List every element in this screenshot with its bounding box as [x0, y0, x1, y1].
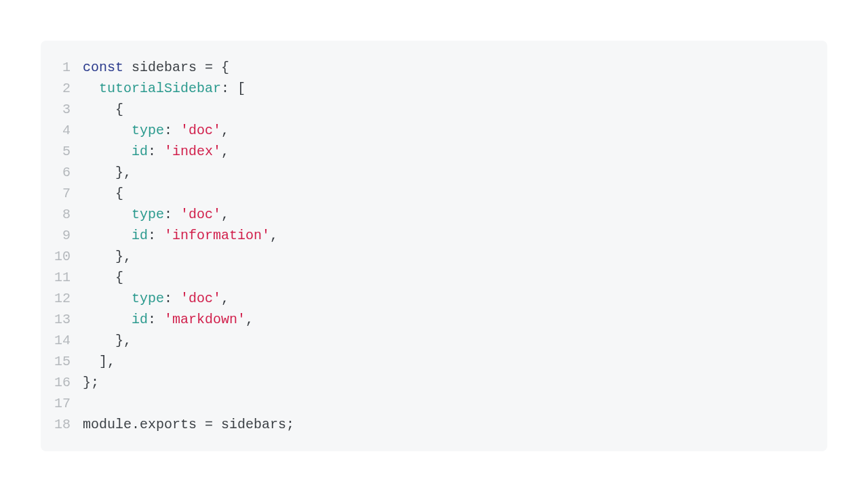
line-content[interactable]: module.exports = sidebars; — [83, 414, 814, 435]
code-token — [172, 123, 180, 138]
code-token — [83, 270, 115, 285]
code-token: }; — [83, 375, 99, 390]
code-token: : — [221, 81, 229, 96]
line-content[interactable]: { — [83, 267, 814, 288]
line-number: 17 — [54, 393, 83, 414]
code-token — [156, 228, 164, 243]
code-line: 4 type: 'doc', — [54, 120, 814, 141]
code-token — [83, 228, 132, 243]
code-token: 'doc' — [180, 291, 221, 306]
code-token: sidebars — [123, 60, 205, 75]
code-token: 'markdown' — [164, 312, 245, 327]
code-token: , — [221, 207, 229, 222]
code-token: , — [270, 228, 278, 243]
code-line: 8 type: 'doc', — [54, 204, 814, 225]
code-token: [ — [237, 81, 245, 96]
code-token: 'doc' — [180, 207, 221, 222]
line-content[interactable]: }; — [83, 372, 814, 393]
line-number: 9 — [54, 225, 83, 246]
code-token: , — [221, 144, 229, 159]
code-line: 10 }, — [54, 246, 814, 267]
line-content[interactable]: tutorialSidebar: [ — [83, 78, 814, 99]
code-token: : — [148, 312, 156, 327]
code-token: }, — [115, 249, 132, 264]
code-token: tutorialSidebar — [99, 81, 221, 96]
line-number: 2 — [54, 78, 83, 99]
code-token: : — [164, 123, 172, 138]
line-content[interactable]: type: 'doc', — [83, 288, 814, 309]
line-number: 18 — [54, 414, 83, 435]
line-number: 4 — [54, 120, 83, 141]
line-content[interactable] — [83, 393, 814, 414]
line-number: 8 — [54, 204, 83, 225]
code-line: 2 tutorialSidebar: [ — [54, 78, 814, 99]
code-token: type — [132, 291, 164, 306]
code-line: 15 ], — [54, 351, 814, 372]
line-content[interactable]: type: 'doc', — [83, 204, 814, 225]
code-token: module — [83, 417, 132, 432]
code-token: , — [221, 123, 229, 138]
code-token: = — [205, 60, 213, 75]
code-line: 17 — [54, 393, 814, 414]
code-token — [83, 144, 132, 159]
code-token: type — [132, 207, 164, 222]
line-content[interactable]: const sidebars = { — [83, 57, 814, 78]
line-number: 5 — [54, 141, 83, 162]
code-token: { — [115, 186, 123, 201]
code-token: : — [148, 228, 156, 243]
code-token: id — [132, 144, 148, 159]
code-line: 7 { — [54, 183, 814, 204]
code-token: type — [132, 123, 164, 138]
line-content[interactable]: { — [83, 99, 814, 120]
code-token: sidebars — [213, 417, 286, 432]
code-token: 'doc' — [180, 123, 221, 138]
line-content[interactable]: ], — [83, 351, 814, 372]
code-token: { — [115, 270, 123, 285]
code-token: 'information' — [164, 228, 270, 243]
code-line: 12 type: 'doc', — [54, 288, 814, 309]
code-token: { — [115, 102, 123, 117]
line-content[interactable]: }, — [83, 330, 814, 351]
code-token: }, — [115, 333, 132, 348]
code-token — [83, 354, 99, 369]
code-token: }, — [115, 165, 132, 180]
code-token: const — [83, 60, 123, 75]
code-token: . — [132, 417, 140, 432]
code-line: 1const sidebars = { — [54, 57, 814, 78]
line-number: 3 — [54, 99, 83, 120]
code-token — [83, 312, 132, 327]
code-token — [83, 291, 132, 306]
line-content[interactable]: }, — [83, 162, 814, 183]
code-token: = — [205, 417, 213, 432]
line-number: 7 — [54, 183, 83, 204]
line-number: 6 — [54, 162, 83, 183]
code-token: id — [132, 312, 148, 327]
line-number: 15 — [54, 351, 83, 372]
code-line: 5 id: 'index', — [54, 141, 814, 162]
line-content[interactable]: id: 'information', — [83, 225, 814, 246]
code-line: 11 { — [54, 267, 814, 288]
code-token: exports — [140, 417, 205, 432]
line-number: 11 — [54, 267, 83, 288]
code-line: 16}; — [54, 372, 814, 393]
line-number: 10 — [54, 246, 83, 267]
code-token — [83, 333, 115, 348]
code-token — [83, 165, 115, 180]
code-token — [213, 60, 221, 75]
line-content[interactable]: }, — [83, 246, 814, 267]
line-content[interactable]: id: 'index', — [83, 141, 814, 162]
line-number: 14 — [54, 330, 83, 351]
code-token — [83, 249, 115, 264]
line-number: 1 — [54, 57, 83, 78]
code-token — [172, 207, 180, 222]
code-token — [172, 291, 180, 306]
line-content[interactable]: { — [83, 183, 814, 204]
line-content[interactable]: type: 'doc', — [83, 120, 814, 141]
code-token: : — [164, 291, 172, 306]
line-content[interactable]: id: 'markdown', — [83, 309, 814, 330]
line-number: 12 — [54, 288, 83, 309]
code-token — [229, 81, 237, 96]
code-line: 13 id: 'markdown', — [54, 309, 814, 330]
code-line: 9 id: 'information', — [54, 225, 814, 246]
code-token: , — [245, 312, 254, 327]
